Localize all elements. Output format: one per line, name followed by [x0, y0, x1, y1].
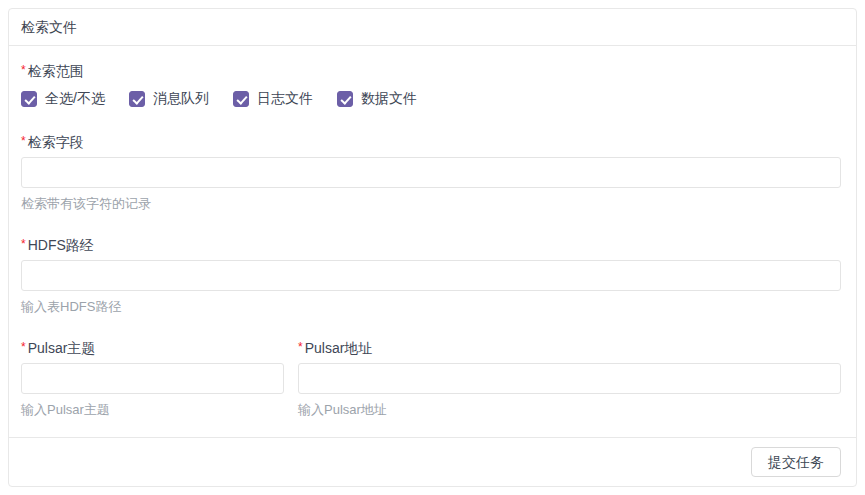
- pulsar-address-label-text: Pulsar地址: [305, 340, 373, 356]
- form-item-scope: *检索范围 全选/不选 消息队列 日志文件 数据文件: [21, 60, 841, 108]
- checkbox-label: 日志文件: [257, 90, 313, 108]
- hdfs-path-helper: 输入表HDFS路径: [21, 299, 841, 314]
- pulsar-topic-input[interactable]: [21, 363, 284, 394]
- checkbox-data-files[interactable]: 数据文件: [337, 90, 417, 108]
- checkbox-checked-icon[interactable]: [233, 91, 249, 107]
- form-item-pulsar-address: *Pulsar地址 输入Pulsar地址: [298, 337, 841, 417]
- checkbox-label: 数据文件: [361, 90, 417, 108]
- search-field-label-text: 检索字段: [28, 134, 84, 150]
- checkbox-checked-icon[interactable]: [337, 91, 353, 107]
- required-asterisk: *: [21, 340, 26, 354]
- required-asterisk: *: [298, 340, 303, 354]
- pulsar-address-label: *Pulsar地址: [298, 337, 841, 358]
- checkbox-log-files[interactable]: 日志文件: [233, 90, 313, 108]
- checkbox-select-all[interactable]: 全选/不选: [21, 90, 105, 108]
- form-row-pulsar: *Pulsar主题 输入Pulsar主题 *Pulsar地址 输入Pulsar地…: [21, 337, 841, 417]
- checkbox-checked-icon[interactable]: [129, 91, 145, 107]
- checkbox-message-queue[interactable]: 消息队列: [129, 90, 209, 108]
- search-field-helper: 检索带有该字符的记录: [21, 196, 841, 211]
- pulsar-topic-helper: 输入Pulsar主题: [21, 402, 284, 417]
- search-field-input[interactable]: [21, 157, 841, 188]
- search-form: *检索范围 全选/不选 消息队列 日志文件 数据文件: [9, 46, 856, 437]
- card-footer: 提交任务: [9, 437, 856, 486]
- pulsar-address-input[interactable]: [298, 363, 841, 394]
- required-asterisk: *: [21, 134, 26, 148]
- pulsar-topic-label: *Pulsar主题: [21, 337, 284, 358]
- form-item-hdfs-path: *HDFS路经 输入表HDFS路径: [21, 234, 841, 314]
- checkbox-label: 消息队列: [153, 90, 209, 108]
- pulsar-topic-label-text: Pulsar主题: [28, 340, 96, 356]
- checkbox-checked-icon[interactable]: [21, 91, 37, 107]
- required-asterisk: *: [21, 237, 26, 251]
- hdfs-path-input[interactable]: [21, 260, 841, 291]
- required-asterisk: *: [21, 63, 26, 77]
- hdfs-path-label-text: HDFS路经: [28, 237, 94, 253]
- form-item-search-field: *检索字段 检索带有该字符的记录: [21, 131, 841, 211]
- scope-label-text: 检索范围: [28, 63, 84, 79]
- form-item-pulsar-topic: *Pulsar主题 输入Pulsar主题: [21, 337, 284, 417]
- checkbox-label: 全选/不选: [45, 90, 105, 108]
- scope-label: *检索范围: [21, 60, 841, 81]
- search-field-label: *检索字段: [21, 131, 841, 152]
- card-title: 检索文件: [9, 9, 856, 46]
- search-files-card: 检索文件 *检索范围 全选/不选 消息队列 日志文件: [8, 8, 857, 487]
- scope-checkbox-group: 全选/不选 消息队列 日志文件 数据文件: [21, 90, 841, 108]
- submit-task-button[interactable]: 提交任务: [751, 447, 841, 477]
- pulsar-address-helper: 输入Pulsar地址: [298, 402, 841, 417]
- hdfs-path-label: *HDFS路经: [21, 234, 841, 255]
